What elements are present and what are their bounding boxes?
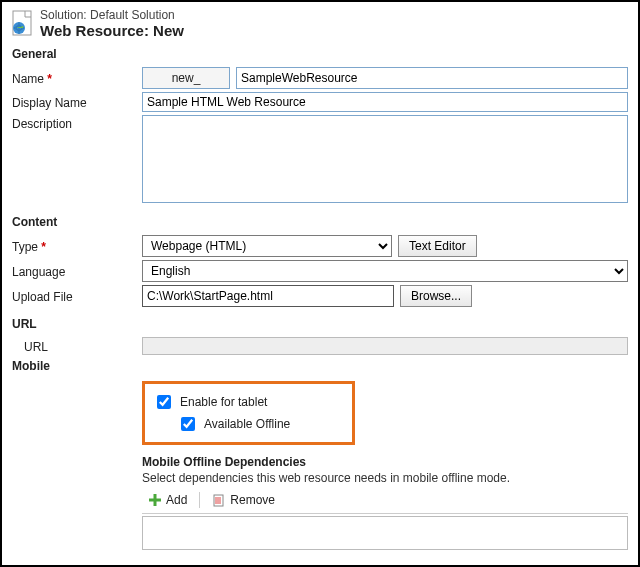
file-path-input[interactable] (142, 285, 394, 307)
deps-desc: Select dependencies this web resource ne… (142, 471, 628, 485)
add-label: Add (166, 493, 187, 507)
remove-label: Remove (230, 493, 275, 507)
available-offline-label: Available Offline (204, 417, 290, 431)
display-name-input[interactable] (142, 92, 628, 112)
language-select[interactable]: English (142, 260, 628, 282)
toolbar-divider (199, 492, 200, 508)
enable-tablet-label: Enable for tablet (180, 395, 267, 409)
solution-line: Solution: Default Solution (40, 8, 184, 22)
section-general: General (12, 47, 628, 61)
name-input[interactable] (236, 67, 628, 89)
web-resource-form: Solution: Default Solution Web Resource:… (0, 0, 640, 567)
document-globe-icon (12, 10, 34, 36)
section-url: URL (12, 317, 628, 331)
section-content: Content (12, 215, 628, 229)
label-url: URL (12, 338, 142, 354)
label-type: Type (12, 238, 142, 254)
description-input[interactable] (142, 115, 628, 203)
label-name: Name (12, 70, 142, 86)
plus-icon (148, 493, 162, 507)
label-upload-file: Upload File (12, 288, 142, 304)
label-description: Description (12, 115, 142, 131)
url-readonly (142, 337, 628, 355)
name-prefix: new_ (142, 67, 230, 89)
remove-button[interactable]: Remove (206, 491, 281, 509)
available-offline-checkbox[interactable] (181, 417, 195, 431)
form-header: Solution: Default Solution Web Resource:… (12, 8, 628, 39)
label-display-name: Display Name (12, 94, 142, 110)
mobile-highlight: Enable for tablet Available Offline (142, 381, 355, 445)
enable-tablet-checkbox[interactable] (157, 395, 171, 409)
label-language: Language (12, 263, 142, 279)
browse-button[interactable]: Browse... (400, 285, 472, 307)
deps-toolbar: Add Remove (142, 489, 628, 514)
svg-rect-4 (149, 499, 161, 502)
solution-name: Default Solution (90, 8, 175, 22)
solution-label: Solution: (40, 8, 87, 22)
page-title: Web Resource: New (40, 22, 184, 39)
remove-icon (212, 493, 226, 507)
text-editor-button[interactable]: Text Editor (398, 235, 477, 257)
deps-title: Mobile Offline Dependencies (142, 455, 628, 469)
type-select[interactable]: Webpage (HTML) (142, 235, 392, 257)
section-mobile: Mobile (12, 359, 628, 373)
add-button[interactable]: Add (142, 491, 193, 509)
deps-list[interactable] (142, 516, 628, 550)
